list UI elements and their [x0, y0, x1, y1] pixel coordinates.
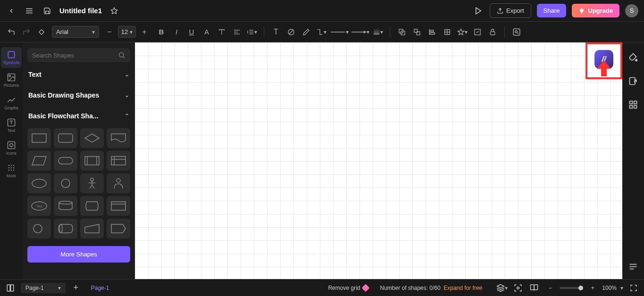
layers-icon[interactable]: ▾: [496, 282, 508, 294]
shape-database[interactable]: [54, 196, 77, 216]
undo-icon[interactable]: [5, 25, 18, 39]
font-size-input[interactable]: 12▾: [118, 26, 136, 38]
category-basic-drawing[interactable]: Basic Drawing Shapes⌄: [27, 87, 130, 104]
zoom-out-button[interactable]: −: [544, 282, 556, 294]
ungroup-icon[interactable]: [410, 25, 424, 39]
arrow-style-select[interactable]: ▾: [351, 27, 369, 37]
effects-icon[interactable]: ▾: [456, 25, 469, 39]
shape-yes-decision[interactable]: Yes: [27, 196, 51, 216]
category-basic-flowchart[interactable]: Basic Flowchart Sha...⌃: [27, 107, 130, 124]
shape-rectangle[interactable]: [27, 128, 51, 148]
nav-pictures[interactable]: Pictures: [1, 70, 22, 90]
shape-document[interactable]: [107, 128, 130, 148]
export-right-icon[interactable]: [627, 75, 639, 87]
shapes-panel: Text⌄ Basic Drawing Shapes⌄ Basic Flowch…: [23, 42, 135, 279]
find-icon[interactable]: [510, 25, 523, 39]
shape-predefined[interactable]: [80, 151, 104, 171]
shape-actor[interactable]: [80, 173, 104, 193]
line-spacing-icon[interactable]: ▾: [245, 25, 259, 39]
shape-rounded-rect[interactable]: [54, 128, 77, 148]
play-icon[interactable]: [473, 5, 484, 16]
add-page-button[interactable]: +: [70, 282, 82, 294]
fullscreen-icon[interactable]: [628, 282, 639, 294]
connector-icon[interactable]: ▾: [315, 25, 328, 39]
text-case-icon[interactable]: [215, 25, 228, 39]
avatar[interactable]: S: [625, 4, 638, 17]
page-layout-icon[interactable]: [5, 282, 16, 294]
expand-for-free-link[interactable]: Expand for free: [443, 285, 482, 291]
shape-display[interactable]: [80, 196, 104, 216]
svg-rect-64: [111, 156, 125, 165]
shape-internal-storage[interactable]: [107, 151, 130, 171]
remove-grid-button[interactable]: Remove grid: [328, 285, 368, 291]
svg-rect-37: [8, 51, 14, 58]
file-title[interactable]: Untitled file1: [59, 7, 102, 15]
category-text[interactable]: Text⌄: [27, 66, 130, 83]
underline-icon[interactable]: U: [185, 25, 198, 39]
redo-icon[interactable]: [20, 25, 33, 39]
line-style-select[interactable]: ▾: [330, 27, 349, 37]
distribute-icon[interactable]: [441, 25, 454, 39]
shape-connector-circle[interactable]: [27, 219, 51, 238]
svg-line-14: [289, 30, 293, 34]
shape-diamond[interactable]: [80, 128, 104, 148]
bottom-bar: Page-1▾ + Page-1 Remove grid Number of s…: [0, 279, 644, 296]
svg-rect-60: [59, 157, 73, 164]
back-icon[interactable]: [6, 5, 17, 16]
star-icon[interactable]: [109, 5, 120, 16]
share-button[interactable]: Share: [537, 4, 567, 17]
hamburger-menu-icon[interactable]: [24, 5, 35, 16]
shape-parallelogram[interactable]: [27, 151, 51, 171]
nav-icons[interactable]: Icons: [1, 138, 22, 158]
menu-right-icon[interactable]: [627, 260, 639, 271]
shape-card[interactable]: [107, 196, 130, 216]
bold-icon[interactable]: B: [155, 25, 168, 39]
shape-ellipse[interactable]: [27, 173, 51, 193]
svg-rect-86: [630, 78, 636, 85]
page-select[interactable]: Page-1▾: [21, 283, 66, 293]
svg-rect-90: [630, 106, 633, 108]
font-increase-button[interactable]: +: [138, 25, 151, 39]
lock-icon[interactable]: [486, 25, 499, 39]
nav-graphs[interactable]: Graphs: [1, 92, 22, 113]
svg-rect-43: [8, 142, 15, 149]
canvas[interactable]: [135, 42, 622, 279]
focus-icon[interactable]: [512, 282, 524, 294]
no-fill-icon[interactable]: [284, 25, 298, 39]
font-family-select[interactable]: Arial▾: [52, 26, 99, 38]
shape-circle[interactable]: [54, 173, 77, 193]
nav-more[interactable]: More: [1, 160, 22, 181]
grid-apps-icon[interactable]: [627, 99, 639, 110]
font-decrease-button[interactable]: −: [103, 25, 116, 39]
shape-manual-input[interactable]: [80, 219, 104, 238]
font-color-icon[interactable]: A: [200, 25, 213, 39]
more-shapes-button[interactable]: More Shapes: [27, 246, 130, 263]
nav-text[interactable]: Text: [1, 115, 22, 136]
book-icon[interactable]: [528, 282, 540, 294]
zoom-slider[interactable]: [560, 287, 583, 289]
align-objects-icon[interactable]: [426, 25, 439, 39]
edit-shape-icon[interactable]: [471, 25, 484, 39]
search-input[interactable]: [32, 52, 118, 59]
shape-terminator[interactable]: [54, 151, 77, 171]
zoom-in-button[interactable]: +: [587, 282, 598, 294]
svg-line-73: [92, 185, 94, 189]
align-icon[interactable]: [230, 25, 243, 39]
save-icon[interactable]: [42, 5, 53, 16]
shape-loop[interactable]: [107, 219, 130, 238]
zoom-value[interactable]: 100%: [602, 285, 617, 291]
nav-symbols[interactable]: Symbols: [1, 47, 22, 68]
export-button[interactable]: Export: [490, 3, 531, 18]
text-tool-icon[interactable]: T: [269, 25, 283, 39]
page-tab[interactable]: Page-1: [86, 285, 114, 291]
fill-bucket-icon[interactable]: [627, 52, 639, 63]
upgrade-button[interactable]: Upgrade: [572, 4, 619, 17]
shape-user[interactable]: [107, 173, 130, 193]
group-icon[interactable]: [395, 25, 409, 39]
italic-icon[interactable]: I: [170, 25, 183, 39]
pen-icon[interactable]: [300, 25, 313, 39]
format-painter-icon[interactable]: [35, 25, 48, 39]
shape-direct-data[interactable]: [54, 219, 77, 238]
search-shapes-box[interactable]: [27, 48, 130, 62]
line-weight-icon[interactable]: ▾: [371, 25, 385, 39]
